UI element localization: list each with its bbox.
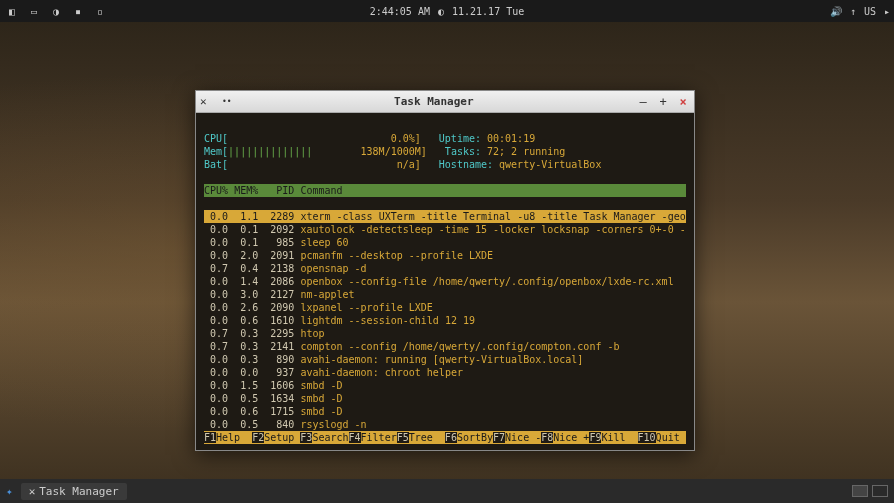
row-pid: 1610	[264, 315, 294, 326]
row-pid: 2090	[264, 302, 294, 313]
process-row[interactable]: 0.0 0.1 2092 xautolock -detectsleep -tim…	[204, 223, 686, 236]
row-mem: 0.6	[234, 315, 258, 326]
process-row[interactable]: 0.0 2.6 2090 lxpanel --profile LXDE	[204, 301, 686, 314]
tray-chevron-icon[interactable]: ▸	[884, 6, 890, 17]
maximize-button[interactable]: +	[656, 95, 670, 109]
power-icon[interactable]: ↑	[850, 6, 856, 17]
fkey-f3[interactable]: F3	[300, 432, 312, 443]
row-cmd: avahi-daemon: running [qwerty-VirtualBox…	[300, 354, 583, 365]
fkey-label-f8[interactable]: Nice +	[553, 432, 589, 443]
terminal-content[interactable]: CPU[ 0.0%] Uptime: 00:01:19 Mem[||||||||…	[196, 113, 694, 450]
fkey-label-f5[interactable]: Tree	[409, 432, 445, 443]
browser-icon[interactable]: ◑	[48, 3, 64, 19]
process-list[interactable]: 0.0 1.1 2289 xterm -class UXTerm -title …	[204, 210, 686, 431]
workspace-1[interactable]	[852, 485, 868, 497]
process-row[interactable]: 0.0 0.6 1610 lightdm --session-child 12 …	[204, 314, 686, 327]
process-row[interactable]: 0.0 0.6 1715 smbd -D	[204, 405, 686, 418]
process-row[interactable]: 0.7 0.3 2141 compton --config /home/qwer…	[204, 340, 686, 353]
fkey-label-f6[interactable]: SortBy	[457, 432, 493, 443]
fkey-f6[interactable]: F6	[445, 432, 457, 443]
process-row[interactable]: 0.7 0.4 2138 opensnap -d	[204, 262, 686, 275]
row-cmd: xautolock -detectsleep -time 15 -locker …	[300, 224, 685, 235]
mem-meter-value: 138M/1000M]	[361, 146, 427, 157]
taskbar-entry-task-manager[interactable]: ✕ Task Manager	[21, 483, 127, 500]
row-cmd: smbd -D	[300, 393, 342, 404]
fkey-f7[interactable]: F7	[493, 432, 505, 443]
process-row[interactable]: 0.0 0.0 937 avahi-daemon: chroot helper	[204, 366, 686, 379]
menu-icon[interactable]: ◧	[4, 3, 20, 19]
top-panel: ◧ ▭ ◑ ▪ ▫ 2:44:05 AM ◐ 11.21.17 Tue 🔊 ↑ …	[0, 0, 894, 22]
show-desktop-icon[interactable]: ✦	[6, 485, 13, 498]
fkey-f5[interactable]: F5	[397, 432, 409, 443]
col-mem[interactable]: MEM%	[234, 185, 258, 196]
process-row[interactable]: 0.0 1.1 2289 xterm -class UXTerm -title …	[204, 210, 686, 223]
files-icon[interactable]: ▭	[26, 3, 42, 19]
fkey-f8[interactable]: F8	[541, 432, 553, 443]
fkey-f1[interactable]: F1	[204, 432, 216, 443]
fkey-f10[interactable]: F10	[638, 432, 656, 443]
app-icon: ✕	[200, 95, 214, 109]
process-table-header[interactable]: CPU% MEM% PID Command	[204, 184, 686, 197]
editor-icon[interactable]: ▫	[92, 3, 108, 19]
mem-meter-bars: ||||||||||||||	[228, 146, 312, 157]
clock-time[interactable]: 2:44:05 AM	[370, 6, 430, 17]
window-title: Task Manager	[232, 95, 636, 108]
fkey-label-f1[interactable]: Help	[216, 432, 252, 443]
process-row[interactable]: 0.0 2.0 2091 pcmanfm --desktop --profile…	[204, 249, 686, 262]
row-mem: 0.0	[234, 367, 258, 378]
process-row[interactable]: 0.0 0.5 840 rsyslogd -n	[204, 418, 686, 431]
workspace-2[interactable]	[872, 485, 888, 497]
keyboard-layout[interactable]: US	[864, 6, 876, 17]
row-pid: 890	[264, 354, 294, 365]
row-cpu: 0.0	[204, 315, 228, 326]
cpu-meter-value: 0.0%]	[391, 133, 421, 144]
meters-section: CPU[ 0.0%] Uptime: 00:01:19 Mem[||||||||…	[204, 132, 686, 171]
hostname-value: qwerty-VirtualBox	[499, 159, 601, 170]
row-mem: 1.5	[234, 380, 258, 391]
terminal-icon[interactable]: ▪	[70, 3, 86, 19]
fkey-label-f10[interactable]: Quit	[656, 432, 692, 443]
row-cpu: 0.0	[204, 211, 228, 222]
fkey-f2[interactable]: F2	[252, 432, 264, 443]
sound-icon[interactable]: 🔊	[830, 6, 842, 17]
fkey-label-f7[interactable]: Nice -	[505, 432, 541, 443]
row-cmd: htop	[300, 328, 324, 339]
clock-date[interactable]: 11.21.17 Tue	[452, 6, 524, 17]
col-cpu[interactable]: CPU%	[204, 185, 228, 196]
window-titlebar[interactable]: ✕ •• Task Manager – + ×	[196, 91, 694, 113]
minimize-button[interactable]: –	[636, 95, 650, 109]
process-row[interactable]: 0.7 0.3 2295 htop	[204, 327, 686, 340]
col-pid[interactable]: PID	[276, 185, 294, 196]
row-mem: 1.1	[234, 211, 258, 222]
bat-meter-label: Bat[	[204, 159, 228, 170]
bottom-taskbar[interactable]: ✦ ✕ Task Manager	[0, 479, 894, 503]
fkey-label-f4[interactable]: Filter	[361, 432, 397, 443]
row-cpu: 0.0	[204, 302, 228, 313]
close-button[interactable]: ×	[676, 95, 690, 109]
row-cpu: 0.0	[204, 289, 228, 300]
row-cpu: 0.0	[204, 354, 228, 365]
fkey-label-f9[interactable]: Kill	[601, 432, 637, 443]
fkey-f9[interactable]: F9	[589, 432, 601, 443]
process-row[interactable]: 0.0 0.3 890 avahi-daemon: running [qwert…	[204, 353, 686, 366]
process-row[interactable]: 0.0 0.5 1634 smbd -D	[204, 392, 686, 405]
row-cpu: 0.0	[204, 367, 228, 378]
row-pid: 2092	[264, 224, 294, 235]
fkey-label-f3[interactable]: Search	[312, 432, 348, 443]
row-cpu: 0.0	[204, 224, 228, 235]
col-cmd[interactable]: Command	[300, 185, 342, 196]
process-row[interactable]: 0.0 0.1 985 sleep 60	[204, 236, 686, 249]
row-cmd: smbd -D	[300, 380, 342, 391]
fkey-f4[interactable]: F4	[349, 432, 361, 443]
fkey-label-f2[interactable]: Setup	[264, 432, 300, 443]
process-row[interactable]: 0.0 1.4 2086 openbox --config-file /home…	[204, 275, 686, 288]
row-cmd: compton --config /home/qwerty/.config/co…	[300, 341, 619, 352]
row-mem: 0.1	[234, 224, 258, 235]
process-row[interactable]: 0.0 1.5 1606 smbd -D	[204, 379, 686, 392]
task-manager-window[interactable]: ✕ •• Task Manager – + × CPU[ 0.0%] Uptim…	[195, 90, 695, 451]
clock-icon: ◐	[438, 6, 444, 17]
pin-icon[interactable]: ••	[222, 97, 232, 106]
row-mem: 2.6	[234, 302, 258, 313]
process-row[interactable]: 0.0 3.0 2127 nm-applet	[204, 288, 686, 301]
bat-meter-value: n/a]	[397, 159, 421, 170]
